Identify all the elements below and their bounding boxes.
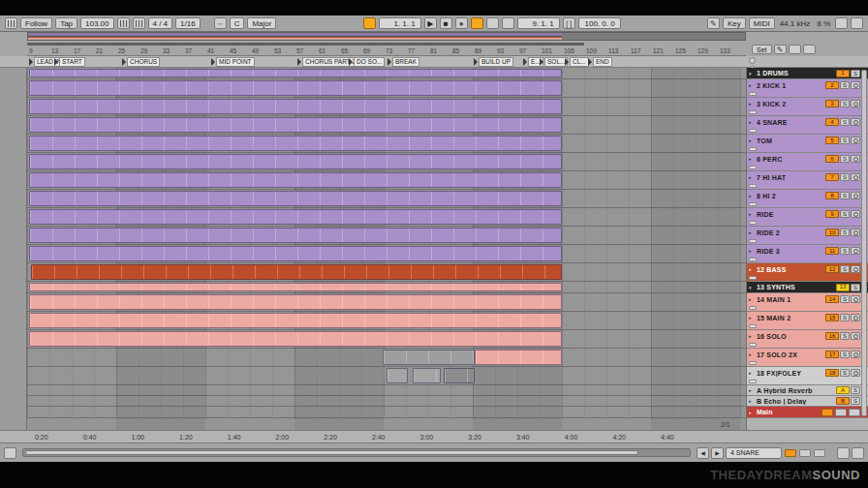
arrangement-position-display[interactable]: 1. 1. 1	[379, 17, 421, 29]
prev-track-button[interactable]	[697, 447, 709, 459]
track-arm-button[interactable]	[851, 295, 860, 303]
lane-1-drums[interactable]	[27, 68, 746, 79]
locator-end[interactable]: END	[588, 57, 612, 67]
io-toggle-button[interactable]	[789, 45, 801, 54]
track-solo-button[interactable]: S	[840, 192, 850, 199]
track-arm-button[interactable]	[851, 247, 860, 255]
track-fold-icon[interactable]: ▸	[749, 248, 756, 254]
track-solo-button[interactable]: S	[840, 314, 850, 321]
track-fold-icon[interactable]: ▾	[749, 285, 756, 290]
track-solo-button[interactable]: S	[851, 284, 860, 291]
lane-18-fx-foley[interactable]	[27, 367, 746, 385]
re-enable-automation-button[interactable]	[502, 17, 514, 29]
main-control-box[interactable]	[835, 409, 847, 416]
track-header-main[interactable]: ▸Main	[747, 407, 868, 418]
track-solo-button[interactable]: S	[840, 351, 850, 358]
track-arm-button[interactable]	[851, 192, 860, 199]
clip[interactable]	[444, 368, 475, 383]
track-activator[interactable]: 11	[825, 247, 839, 255]
track-header-ride-2[interactable]: ▸RIDE 210S	[747, 227, 868, 245]
nudge-down-button[interactable]	[117, 17, 130, 29]
track-fold-icon[interactable]: ▸	[749, 296, 756, 302]
clip[interactable]	[29, 191, 562, 206]
track-header-18-fx-foley[interactable]: ▸18 FX|FOLEY18S	[747, 367, 868, 385]
follow-button[interactable]: Follow	[20, 17, 52, 29]
scale-name-menu[interactable]: Major	[247, 17, 276, 29]
track-arm-button[interactable]	[851, 332, 860, 340]
track-activator[interactable]: 2	[825, 81, 839, 89]
lane-tom[interactable]	[27, 135, 746, 153]
lane-a-hybrid-reverb[interactable]	[27, 385, 746, 396]
track-arm-pill[interactable]	[749, 147, 757, 151]
track-fold-icon[interactable]: ▸	[749, 137, 756, 143]
track-header-3-kick-2[interactable]: ▸3 KICK 23S	[747, 98, 868, 116]
lane-ride[interactable]	[27, 208, 746, 227]
track-fold-icon[interactable]: ▸	[749, 351, 756, 357]
track-arm-pill[interactable]	[749, 276, 757, 280]
track-solo-button[interactable]: S	[840, 295, 850, 303]
track-arm-pill[interactable]	[749, 343, 757, 347]
track-activator[interactable]: 4	[825, 118, 839, 126]
track-header-b-echo-delay[interactable]: ▸B Echo | DelayBS	[747, 396, 868, 407]
loop-brace[interactable]	[27, 43, 584, 46]
track-arm-pill[interactable]	[749, 361, 757, 365]
set-button[interactable]: Set	[752, 45, 772, 54]
track-header-a-hybrid-reverb[interactable]: ▸A Hybrid ReverbAS	[747, 385, 868, 396]
track-header-14-main-1[interactable]: ▸14 MAIN 114S	[747, 293, 868, 312]
track-arm-pill[interactable]	[749, 184, 757, 188]
track-activator[interactable]: A	[836, 386, 850, 394]
automation-pencil-icon[interactable]	[774, 45, 787, 54]
track-header-8-hi-2[interactable]: ▸8 HI 28S	[747, 190, 868, 208]
track-arm-pill[interactable]	[749, 380, 757, 383]
mixer-toggle-button[interactable]	[803, 45, 816, 54]
track-arm-button[interactable]	[851, 118, 860, 126]
time-signature-display[interactable]: 4 / 4	[148, 17, 173, 29]
track-arm-pill[interactable]	[749, 258, 757, 261]
lane-2-kick-1[interactable]	[27, 79, 746, 98]
track-fold-icon[interactable]: ▸	[749, 387, 756, 393]
lane-12-bass[interactable]	[27, 263, 746, 282]
clip[interactable]	[29, 136, 562, 151]
track-activator[interactable]: B	[836, 397, 850, 405]
track-activator[interactable]: 10	[825, 229, 839, 236]
track-activator[interactable]: 9	[825, 210, 839, 218]
track-arm-button[interactable]	[851, 351, 860, 358]
track-solo-button[interactable]: S	[851, 386, 860, 394]
track-activator[interactable]: 6	[825, 155, 839, 163]
track-solo-button[interactable]: S	[840, 100, 850, 107]
clip[interactable]	[29, 228, 562, 243]
track-arm-pill[interactable]	[749, 202, 757, 206]
track-header-1-drums[interactable]: ▾1 DRUMS1S	[747, 68, 868, 79]
track-solo-button[interactable]: S	[840, 81, 850, 89]
selected-track-display[interactable]: 4 SNARE	[726, 447, 782, 459]
track-fold-icon[interactable]: ▸	[749, 211, 756, 217]
track-arm-button[interactable]	[851, 100, 860, 107]
track-activator[interactable]: 3	[825, 100, 839, 107]
selected-track-solo-box[interactable]	[799, 449, 811, 457]
expand-all-tracks-button[interactable]	[749, 57, 756, 64]
scale-root-display[interactable]: C	[230, 17, 245, 29]
track-header-13-synths[interactable]: ▾13 SYNTHS13S	[747, 282, 868, 293]
lane-b-echo-delay[interactable]	[27, 396, 746, 407]
lane-16-solo[interactable]	[27, 330, 746, 349]
automation-arm-button[interactable]	[486, 17, 499, 29]
track-arm-pill[interactable]	[749, 166, 757, 169]
locator-mid-point[interactable]: MID POINT	[211, 57, 255, 67]
track-solo-button[interactable]: S	[840, 332, 850, 340]
track-solo-button[interactable]: S	[840, 118, 850, 126]
track-header-tom[interactable]: ▸TOM5S	[747, 135, 868, 153]
track-header-6-perc[interactable]: ▸6 PERC6S	[747, 153, 868, 171]
track-fold-icon[interactable]: ▸	[749, 370, 756, 376]
time-ruler[interactable]: 0:200:401:001:201:402:002:202:403:003:20…	[0, 430, 868, 443]
track-solo-button[interactable]: S	[840, 155, 850, 163]
lane-13-synths[interactable]	[27, 282, 746, 293]
track-arm-pill[interactable]	[749, 324, 757, 328]
track-arm-button[interactable]	[851, 137, 860, 144]
clip[interactable]	[387, 368, 408, 383]
locator-break[interactable]: BREAK	[388, 57, 419, 67]
play-button[interactable]	[424, 17, 437, 29]
lane-14-main-1[interactable]	[27, 293, 746, 312]
track-fold-icon[interactable]: ▸	[749, 119, 756, 125]
track-arm-button[interactable]	[851, 173, 860, 181]
clip[interactable]	[413, 368, 441, 383]
